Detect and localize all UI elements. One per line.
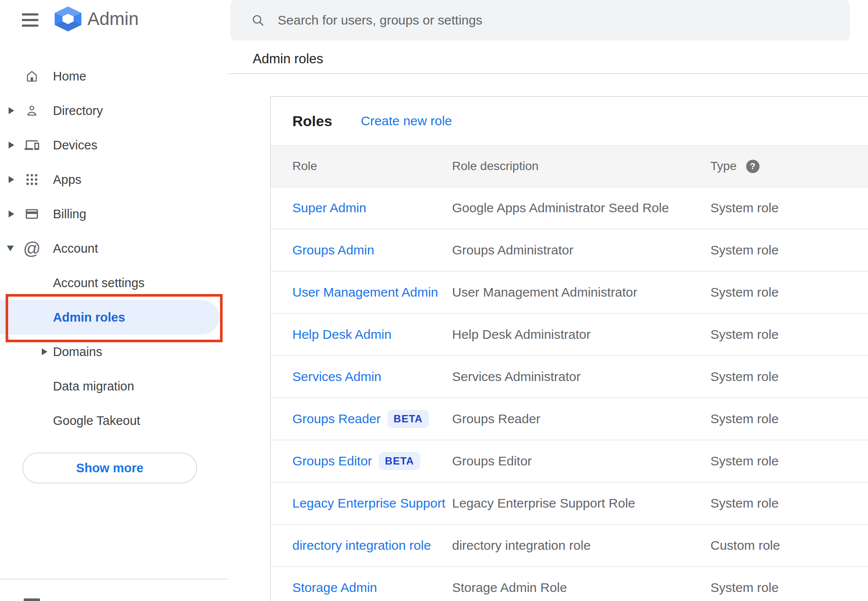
google-admin-logo-icon	[55, 6, 81, 31]
role-link[interactable]: Groups Reader	[292, 412, 381, 426]
sidebar-item-billing[interactable]: Billing	[0, 197, 228, 231]
role-description: User Management Administrator	[452, 285, 710, 300]
header-divider	[228, 73, 868, 74]
sidebar-item-directory[interactable]: Directory	[0, 93, 228, 128]
role-link[interactable]: directory integration role	[292, 538, 431, 553]
role-cell: Groups Admin	[292, 243, 452, 257]
table-row-legacy-enterprise-support: Legacy Enterprise SupportLegacy Enterpri…	[271, 483, 868, 525]
table-row-directory-integration-role: directory integration roledirectory inte…	[271, 525, 868, 567]
sidebar-item-label: Apps	[53, 173, 81, 187]
sidebar-item-apps[interactable]: Apps	[0, 162, 228, 197]
admin-console-screen: Admin HomeDirectoryDevicesAppsBilling@Ac…	[0, 0, 868, 601]
sidebar-item-account-settings[interactable]: Account settings	[0, 266, 228, 300]
table-row-super-admin: Super AdminGoogle Apps Administrator See…	[271, 187, 868, 229]
search-input[interactable]	[277, 12, 833, 28]
role-description: Groups Administrator	[452, 243, 710, 257]
column-header-type: Type ?	[710, 159, 868, 173]
role-link[interactable]: Services Admin	[292, 369, 381, 384]
sidebar-item-home[interactable]: Home	[0, 59, 228, 93]
sidebar-item-label: Home	[53, 69, 86, 84]
table-row-groups-reader: Groups ReaderBETAGroups ReaderSystem rol…	[271, 398, 868, 440]
role-description: Google Apps Administrator Seed Role	[452, 201, 710, 215]
column-header-role: Role	[292, 159, 452, 173]
table-row-user-management-admin: User Management AdminUser Management Adm…	[271, 272, 868, 314]
sidebar-item-label: Google Takeout	[53, 414, 140, 428]
role-type: System role	[710, 201, 868, 215]
sidebar-item-label: Account	[53, 242, 98, 256]
apps-grid-icon	[24, 172, 40, 187]
at-sign-icon: @	[24, 241, 40, 256]
breadcrumb: Admin roles	[253, 51, 323, 67]
sidebar-divider	[0, 579, 228, 579]
role-cell: Groups ReaderBETA	[292, 410, 452, 428]
role-type: System role	[710, 243, 868, 257]
role-cell: directory integration role	[292, 538, 452, 553]
role-link[interactable]: User Management Admin	[292, 285, 438, 300]
role-type: System role	[710, 285, 868, 300]
home-icon	[24, 68, 40, 84]
role-link[interactable]: Super Admin	[292, 201, 366, 215]
role-link[interactable]: Legacy Enterprise Support	[292, 496, 445, 511]
role-cell: Groups EditorBETA	[292, 452, 452, 470]
beta-badge: BETA	[379, 452, 420, 470]
table-row-groups-editor: Groups EditorBETAGroups EditorSystem rol…	[271, 440, 868, 483]
role-description: Groups Editor	[452, 454, 710, 468]
sidebar-item-label: Domains	[53, 345, 102, 359]
help-icon[interactable]: ?	[746, 160, 760, 173]
role-description: Help Desk Administrator	[452, 327, 710, 342]
sidebar-item-label: Directory	[53, 104, 103, 118]
role-cell: Super Admin	[292, 201, 452, 215]
role-type: System role	[710, 454, 868, 468]
create-new-role-link[interactable]: Create new role	[361, 114, 452, 128]
role-cell: Help Desk Admin	[292, 327, 452, 342]
sidebar-item-label: Devices	[53, 138, 97, 152]
role-cell: Legacy Enterprise Support	[292, 496, 452, 511]
sidebar-item-domains[interactable]: Domains	[0, 335, 228, 369]
sidebar-item-label: Billing	[53, 207, 86, 221]
sidebar-item-devices[interactable]: Devices	[0, 128, 228, 162]
table-row-groups-admin: Groups AdminGroups AdministratorSystem r…	[271, 229, 868, 272]
chevron-right-icon[interactable]	[9, 176, 14, 183]
search-bar	[230, 0, 850, 40]
app-title: Admin	[87, 9, 139, 29]
role-type: Custom role	[710, 538, 868, 553]
sidebar-item-label: Data migration	[53, 379, 134, 393]
role-link[interactable]: Help Desk Admin	[292, 327, 391, 342]
role-cell: User Management Admin	[292, 285, 452, 300]
sidebar-item-data-migration[interactable]: Data migration	[0, 369, 228, 403]
card-header: Roles Create new role	[271, 97, 868, 145]
role-description: Groups Reader	[452, 412, 710, 426]
role-type: System role	[710, 327, 868, 342]
sidebar-item-google-takeout[interactable]: Google Takeout	[0, 403, 228, 438]
role-cell: Storage Admin	[292, 580, 452, 595]
role-description: Storage Admin Role	[452, 580, 710, 595]
role-link[interactable]: Storage Admin	[292, 580, 377, 595]
chevron-right-icon[interactable]	[9, 142, 14, 149]
chevron-down-icon[interactable]	[7, 246, 14, 251]
role-link[interactable]: Groups Admin	[292, 243, 374, 257]
show-more-button[interactable]: Show more	[22, 452, 197, 483]
role-type: System role	[710, 412, 868, 426]
table-row-services-admin: Services AdminServices AdministratorSyst…	[271, 356, 868, 398]
page-title: Roles	[292, 113, 332, 130]
chevron-right-icon[interactable]	[42, 348, 47, 355]
sidebar-item-account[interactable]: @Account	[0, 231, 228, 266]
table-body: Super AdminGoogle Apps Administrator See…	[271, 187, 868, 601]
table-row-help-desk-admin: Help Desk AdminHelp Desk AdministratorSy…	[271, 314, 868, 356]
chevron-right-icon[interactable]	[9, 211, 14, 217]
devices-icon	[24, 137, 40, 153]
roles-card: Roles Create new role Role Role descript…	[270, 96, 868, 601]
role-cell: Services Admin	[292, 369, 452, 384]
search-icon	[251, 13, 265, 27]
person-icon	[24, 103, 40, 118]
chevron-right-icon[interactable]	[9, 107, 14, 114]
sidebar-item-label: Admin roles	[53, 310, 125, 325]
hamburger-menu-icon[interactable]	[22, 13, 38, 27]
role-link[interactable]: Groups Editor	[292, 454, 372, 468]
role-type: System role	[710, 369, 868, 384]
cutoff-icon	[24, 598, 40, 601]
sidebar: Admin HomeDirectoryDevicesAppsBilling@Ac…	[0, 0, 228, 601]
role-type: System role	[710, 496, 868, 511]
sidebar-item-admin-roles[interactable]: Admin roles	[0, 300, 220, 335]
beta-badge: BETA	[388, 410, 429, 428]
